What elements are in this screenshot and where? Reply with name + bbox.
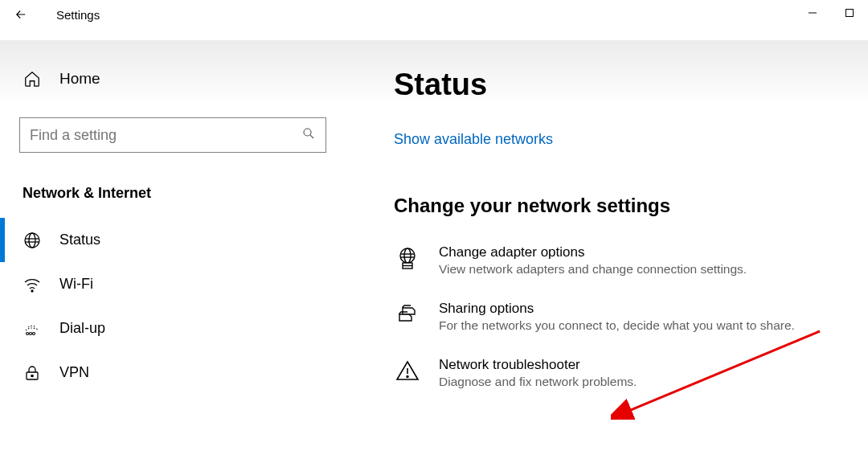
sidebar-item-label: VPN [59, 364, 89, 381]
home-nav[interactable]: Home [16, 58, 330, 100]
svg-point-14 [400, 248, 415, 263]
card-adapter-options[interactable]: Change adapter options View network adap… [394, 244, 852, 277]
svg-point-11 [33, 332, 35, 334]
page-title: Status [394, 68, 852, 102]
sidebar-item-dialup[interactable]: Dial-up [16, 306, 330, 351]
sidebar-item-label: Dial-up [59, 320, 105, 337]
category-heading: Network & Internet [16, 185, 330, 218]
svg-line-3 [310, 135, 313, 138]
section-heading: Change your network settings [394, 195, 852, 217]
sidebar-item-status[interactable]: Status [16, 218, 330, 262]
svg-point-15 [404, 248, 411, 263]
sidebar-item-label: Wi-Fi [59, 276, 93, 293]
svg-point-8 [31, 290, 33, 292]
card-desc: View network adapters and change connect… [439, 262, 747, 277]
globe-icon [23, 231, 42, 250]
show-networks-link[interactable]: Show available networks [394, 131, 553, 148]
svg-point-13 [31, 375, 33, 376]
sidebar-item-vpn[interactable]: VPN [16, 351, 330, 395]
card-title: Sharing options [439, 301, 795, 317]
svg-point-2 [304, 129, 311, 136]
svg-point-9 [27, 332, 29, 334]
search-input-container[interactable] [19, 117, 326, 153]
card-sharing-options[interactable]: Sharing options For the networks you con… [394, 301, 852, 333]
svg-point-21 [407, 376, 408, 378]
home-icon [23, 69, 42, 88]
home-label: Home [59, 70, 100, 88]
search-icon [301, 126, 316, 144]
svg-point-4 [25, 233, 39, 248]
svg-rect-1 [846, 10, 854, 17]
vpn-icon [23, 363, 42, 383]
adapter-icon [394, 244, 421, 272]
wifi-icon [23, 275, 42, 294]
card-desc: For the networks you connect to, decide … [439, 318, 795, 333]
maximize-button[interactable] [831, 0, 868, 26]
sidebar-item-wifi[interactable]: Wi-Fi [16, 262, 330, 306]
warning-icon [394, 357, 421, 384]
dialup-icon [23, 319, 42, 338]
card-desc: Diagnose and fix network problems. [439, 375, 637, 389]
svg-point-5 [29, 233, 35, 248]
sidebar-item-label: Status [59, 232, 100, 248]
card-title: Change adapter options [439, 244, 747, 260]
minimize-button[interactable] [794, 0, 831, 26]
card-network-troubleshooter[interactable]: Network troubleshooter Diagnose and fix … [394, 357, 852, 389]
sharing-icon [394, 301, 421, 328]
app-title: Settings [56, 8, 100, 22]
search-input[interactable] [30, 127, 301, 144]
svg-point-10 [30, 332, 32, 334]
back-button[interactable] [10, 3, 32, 26]
card-title: Network troubleshooter [439, 357, 637, 373]
